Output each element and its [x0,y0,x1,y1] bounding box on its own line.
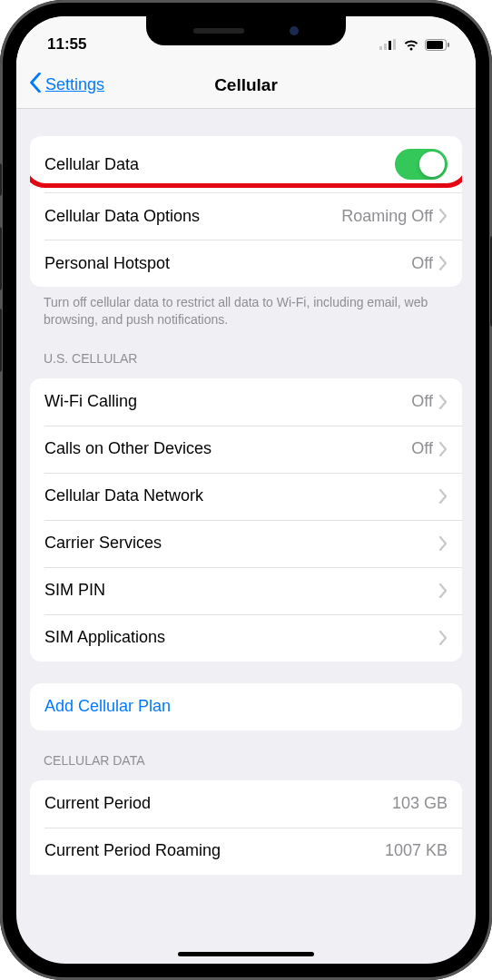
status-time: 11:55 [47,35,86,54]
svg-rect-0 [379,46,382,50]
personal-hotspot-row[interactable]: Personal Hotspot Off [30,240,462,287]
chevron-right-icon [438,489,448,504]
cellular-data-options-row[interactable]: Cellular Data Options Roaming Off [30,192,462,240]
svg-rect-5 [427,41,443,49]
navigation-bar: Settings Cellular [16,62,476,109]
personal-hotspot-label: Personal Hotspot [44,254,411,273]
carrier-services-row[interactable]: Carrier Services [30,520,462,567]
carrier-header: U.S. CELLULAR [16,328,476,368]
wifi-calling-label: Wi-Fi Calling [44,392,411,411]
carrier-services-label: Carrier Services [44,534,438,553]
chevron-right-icon [438,631,448,645]
back-label: Settings [45,75,104,94]
front-camera [290,26,299,35]
add-plan-group: Add Cellular Plan [30,683,462,730]
wifi-icon [403,39,419,51]
cellular-data-network-label: Cellular Data Network [44,486,438,505]
sim-pin-label: SIM PIN [44,581,438,600]
back-button[interactable]: Settings [29,73,104,97]
usage-group: Current Period 103 GB Current Period Roa… [30,780,462,875]
screen: 11:55 Settings Cellular [16,16,476,964]
svg-rect-6 [448,43,449,47]
sim-applications-label: SIM Applications [44,628,438,647]
chevron-left-icon [29,73,42,97]
cellular-main-group: Cellular Data Cellular Data Options Roam… [30,136,462,287]
volume-up-button [0,227,2,290]
current-period-label: Current Period [44,794,392,813]
svg-rect-1 [384,44,387,50]
battery-icon [425,39,450,51]
cellular-data-label: Cellular Data [44,155,395,174]
sim-applications-row[interactable]: SIM Applications [30,614,462,662]
current-period-roaming-row[interactable]: Current Period Roaming 1007 KB [30,828,462,875]
volume-down-button [0,309,2,372]
cellular-signal-icon [379,39,398,50]
sim-pin-row[interactable]: SIM PIN [30,567,462,614]
calls-other-devices-row[interactable]: Calls on Other Devices Off [30,426,462,473]
cellular-data-usage-header: CELLULAR DATA [16,730,476,769]
content-scroll[interactable]: Cellular Data Cellular Data Options Roam… [16,109,476,964]
calls-other-devices-value: Off [411,439,433,458]
notch [146,16,346,45]
chevron-right-icon [438,395,448,409]
cellular-data-row[interactable]: Cellular Data [30,136,462,192]
cellular-data-options-value: Roaming Off [341,207,433,226]
chevron-right-icon [438,536,448,551]
speaker-grille [193,28,244,34]
wifi-calling-value: Off [411,392,433,411]
current-period-row[interactable]: Current Period 103 GB [30,780,462,828]
add-cellular-plan-row[interactable]: Add Cellular Plan [30,683,462,730]
home-indicator[interactable] [178,952,314,956]
current-period-roaming-label: Current Period Roaming [44,841,385,860]
cellular-data-options-label: Cellular Data Options [44,207,341,226]
chevron-right-icon [438,442,448,456]
current-period-value: 103 GB [392,794,448,813]
carrier-group: Wi-Fi Calling Off Calls on Other Devices… [30,378,462,662]
mute-switch [0,163,2,196]
chevron-right-icon [438,256,448,270]
phone-frame: 11:55 Settings Cellular [0,0,492,980]
current-period-roaming-value: 1007 KB [385,841,448,860]
personal-hotspot-value: Off [411,254,433,273]
cellular-data-toggle[interactable] [395,149,448,180]
calls-other-devices-label: Calls on Other Devices [44,439,411,458]
cellular-data-network-row[interactable]: Cellular Data Network [30,473,462,520]
wifi-calling-row[interactable]: Wi-Fi Calling Off [30,378,462,426]
status-right [379,39,450,51]
cellular-data-footer: Turn off cellular data to restrict all d… [16,287,476,328]
add-cellular-plan-label: Add Cellular Plan [44,697,448,716]
svg-rect-2 [389,41,391,50]
chevron-right-icon [438,209,448,223]
chevron-right-icon [438,583,448,598]
toggle-knob [419,152,445,177]
svg-rect-3 [393,39,396,50]
